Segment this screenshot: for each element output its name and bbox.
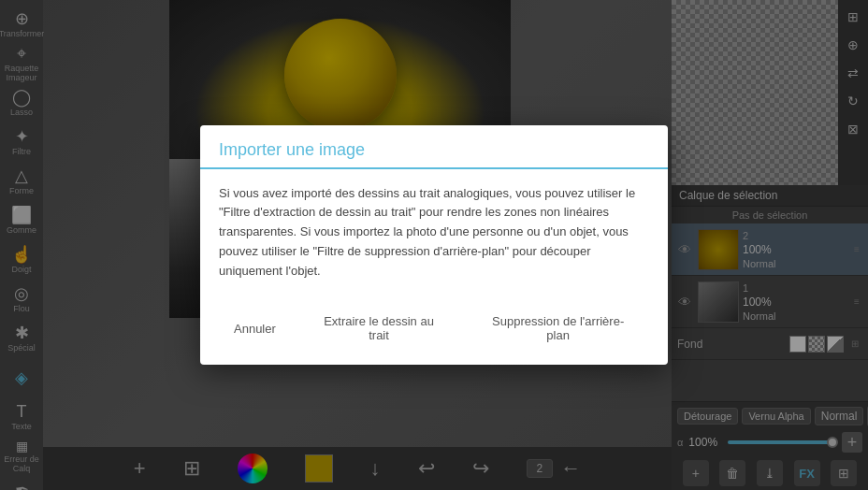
extract-button[interactable]: Extraire le dessin au trait: [298, 307, 459, 350]
modal-body: Si vous avez importé des dessins au trai…: [200, 169, 668, 296]
cancel-button[interactable]: Annuler: [219, 307, 291, 350]
modal-footer: Annuler Extraire le dessin au trait Supp…: [200, 295, 668, 365]
modal-title: Importer une image: [219, 140, 649, 160]
modal-header: Importer une image: [200, 125, 668, 169]
modal-overlay: Importer une image Si vous avez importé …: [0, 0, 868, 490]
import-modal: Importer une image Si vous avez importé …: [200, 125, 668, 366]
suppress-button[interactable]: Suppression de l'arrière-plan: [467, 307, 649, 350]
